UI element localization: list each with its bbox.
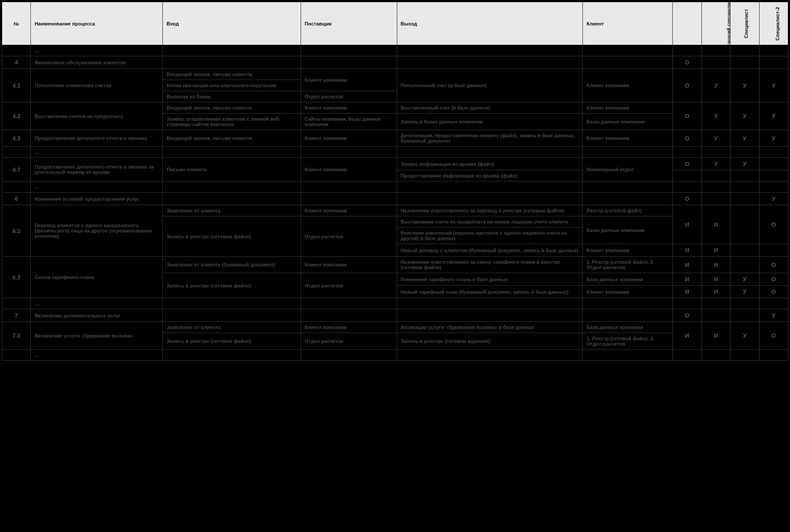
table-header: № Наименование процесса Вход Поставщик В…: [2, 2, 788, 45]
table-row: 4.3Предоставление детального отчета о зв…: [2, 130, 788, 147]
table-row: 7.1 Включение услуги «Удержание вызова» …: [2, 322, 788, 333]
table-row: 4.1 Пополнение клиентских счетов Входящи…: [2, 69, 788, 80]
table-row: 4Финансовое обслуживание клиентов О: [2, 56, 788, 69]
table-row: …: [2, 45, 788, 56]
header-num: №: [2, 2, 31, 45]
table-row: 7Включение дополнительных услуг ОУ: [2, 309, 788, 322]
table-row: 4.7 Предоставление детального отчета о з…: [2, 158, 788, 170]
table-row: 4.2 Выставление счетов на предоплату Вхо…: [2, 102, 788, 114]
table-row: 6Изменение условий предоставления услуг …: [2, 193, 788, 205]
header-role3: Специалист: [731, 2, 759, 45]
header-role4: Специалист-2: [759, 2, 788, 45]
header-role1: Начальник подразделения: [673, 2, 701, 45]
table-row: …: [2, 147, 788, 158]
header-role2: Старший специалист: [701, 2, 730, 45]
header-name: Наименование процесса: [31, 2, 163, 45]
header-supplier: Поставщик: [301, 2, 397, 45]
header-input: Вход: [163, 2, 301, 45]
process-table: № Наименование процесса Вход Поставщик В…: [2, 2, 788, 361]
table-row: …: [2, 182, 788, 193]
table-row: 6.2 Смена тарифного плана Заявление от к…: [2, 257, 788, 273]
table-row: 6.1 Перевод клиентов с одного юридическо…: [2, 205, 788, 216]
header-output: Выход: [397, 2, 583, 45]
table-row: …: [2, 350, 788, 361]
table-row: …: [2, 298, 788, 309]
header-client: Клиент: [583, 2, 673, 45]
